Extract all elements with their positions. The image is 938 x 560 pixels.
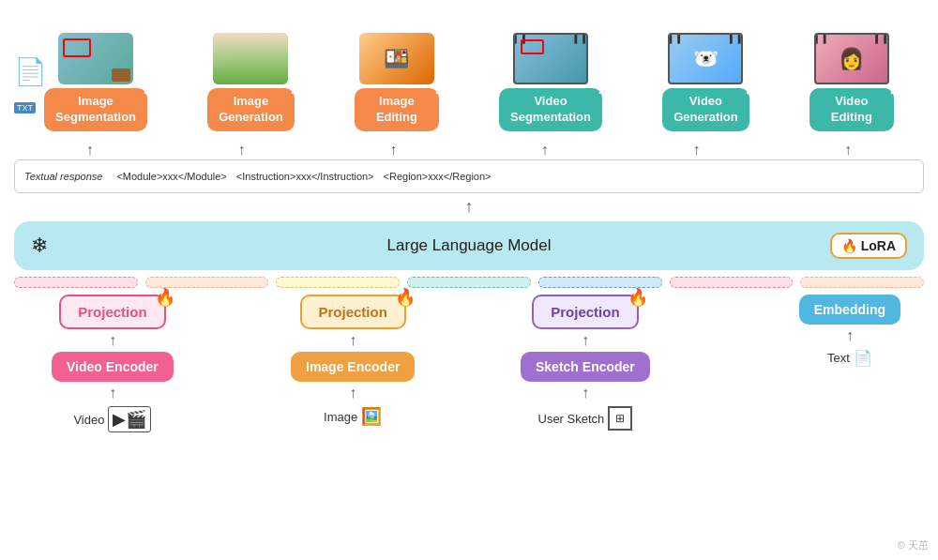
sketch-icon: ⊞	[608, 406, 632, 431]
arrow-up-1: ↑	[48, 139, 132, 161]
instruction-tag: <Instruction>xxx</Instruction>	[236, 171, 374, 182]
output-boxes: ImageSegmentation ❄ ImageGeneration ❄ 🍱 …	[14, 9, 924, 131]
lora-badge: 🔥 LoRA	[830, 233, 907, 259]
arrow-up-2: ↑	[199, 139, 283, 161]
text-icon: 📄	[854, 349, 872, 367]
response-bar: Textual response <Module>xxx</Module> <I…	[14, 159, 924, 193]
region-tag: <Region>xxx</Region>	[384, 171, 492, 182]
thumb-vid-gen: 🐻‍❄️	[668, 33, 743, 84]
image-encoder-col: Projection 🔥 ↑ Image Encoder ❄ ↑ Image 🖼…	[291, 295, 415, 427]
arrow-up-4: ↑	[503, 139, 587, 161]
video-enc-box: Video Encoder ❄	[52, 352, 174, 382]
image-label-text: Image	[324, 410, 357, 424]
arrow-up-sketch-2: ↑	[582, 386, 589, 401]
main-up-arrow: ↑	[465, 197, 474, 217]
output-box-vid-gen: 🐻‍❄️ VideoGeneration ❄	[662, 33, 749, 131]
sketch-enc-box: Sketch Encoder ❄	[521, 352, 650, 382]
video-proj-box: Projection 🔥	[59, 295, 165, 329]
image-proj-box: Projection 🔥	[300, 295, 406, 329]
output-box-img-gen: ImageGeneration ❄	[207, 33, 295, 131]
video-enc-label: Video Encoder	[67, 359, 159, 374]
image-enc-box: Image Encoder ❄	[291, 352, 415, 382]
encoder-section: Projection 🔥 ↑ Video Encoder ❄ ↑ Video ▶…	[0, 278, 938, 560]
arrows-row-top: ↑ ↑ ↑ ↑ ↑ ↑	[14, 139, 924, 161]
text-label-text: Text	[827, 351, 850, 365]
video-icon: ▶🎬	[108, 406, 151, 432]
arrow-up-image: ↑	[349, 333, 356, 348]
vid-gen-label: VideoGeneration ❄	[662, 88, 749, 131]
textual-response-label: Textual response	[24, 171, 102, 182]
snowflake-icon: ❄	[434, 81, 448, 102]
vid-edit-label: VideoEditing ❄	[809, 88, 894, 131]
image-enc-label: Image Encoder	[306, 359, 400, 374]
llm-section: ❄ Large Language Model 🔥 LoRA	[14, 221, 924, 270]
thumb-vid-seg	[513, 33, 588, 84]
vid-seg-label: VideoSegmentation ❄	[499, 88, 602, 131]
snowflake-icon: ❄	[649, 371, 661, 389]
module-tag: <Module>xxx</Module>	[116, 171, 226, 182]
arrow-up-image-2: ↑	[349, 386, 356, 401]
snowflake-icon: ❄	[889, 81, 903, 102]
thumb-vid-edit: 👩	[814, 33, 889, 84]
img-seg-label: ImageSegmentation ❄	[44, 88, 147, 131]
video-encoder-col: Projection 🔥 ↑ Video Encoder ❄ ↑ Video ▶…	[52, 295, 174, 432]
output-box-vid-seg: VideoSegmentation ❄	[499, 33, 602, 131]
lora-label: LoRA	[861, 238, 896, 253]
arrow-up-sketch: ↑	[582, 333, 589, 348]
sketch-proj-label: Projection	[551, 304, 619, 320]
img-gen-label: ImageGeneration ❄	[207, 88, 295, 131]
fire-icon: 🔥	[841, 238, 857, 253]
img-edit-label: ImageEditing ❄	[355, 88, 439, 131]
arrow-up-6: ↑	[806, 139, 890, 161]
embedding-label: Embedding	[814, 302, 885, 317]
embedding-col: Embedding ❄ ↑ Text 📄	[799, 295, 900, 367]
image-icon: 🖼️	[361, 406, 382, 427]
snowflake-icon: ❄	[898, 287, 910, 305]
llm-label: Large Language Model	[387, 236, 552, 255]
sketch-label-text: User Sketch	[538, 412, 605, 426]
fire-icon: 🔥	[628, 287, 648, 308]
output-box-img-edit: 🍱 ImageEditing ❄	[355, 33, 439, 131]
video-bottom-label: Video ▶🎬	[73, 406, 151, 432]
arrow-up-video: ↑	[109, 333, 116, 348]
text-bottom-label: Text 📄	[827, 349, 872, 367]
embedding-box: Embedding ❄	[799, 295, 900, 325]
arrow-up-emb: ↑	[846, 328, 854, 343]
arrow-up-3: ↑	[351, 139, 435, 161]
fire-icon: 🔥	[395, 287, 416, 308]
sketch-encoder-col: Projection 🔥 ↑ Sketch Encoder ❄ ↑ User S…	[521, 295, 650, 431]
snowflake-icon: ❄	[143, 81, 157, 102]
video-proj-label: Projection	[78, 304, 146, 320]
output-box-img-seg: ImageSegmentation ❄	[44, 33, 147, 131]
thumb-img-seg	[58, 33, 133, 84]
llm-snowflake-icon: ❄	[31, 234, 48, 258]
snowflake-icon: ❄	[745, 81, 759, 102]
output-box-vid-edit: 👩 VideoEditing ❄	[809, 33, 894, 131]
snowflake-icon: ❄	[290, 81, 304, 102]
video-label-text: Video	[73, 413, 104, 427]
arrow-up-5: ↑	[654, 139, 738, 161]
top-section: 📄TXT ImageSegmentation ❄ ImageGeneration…	[0, 0, 938, 206]
fire-icon: 🔥	[155, 287, 175, 308]
thumb-img-gen	[213, 33, 288, 84]
snowflake-icon: ❄	[598, 81, 612, 102]
thumb-img-edit: 🍱	[359, 33, 434, 84]
image-proj-label: Projection	[319, 304, 387, 320]
sketch-proj-box: Projection 🔥	[532, 295, 638, 329]
arrow-up-video-2: ↑	[109, 386, 116, 401]
sketch-bottom-label: User Sketch ⊞	[538, 406, 633, 431]
watermark: © 天茁	[898, 538, 929, 552]
snowflake-icon: ❄	[414, 371, 426, 389]
image-bottom-label: Image 🖼️	[324, 406, 382, 427]
snowflake-icon: ❄	[173, 371, 185, 389]
sketch-enc-label: Sketch Encoder	[536, 359, 635, 374]
